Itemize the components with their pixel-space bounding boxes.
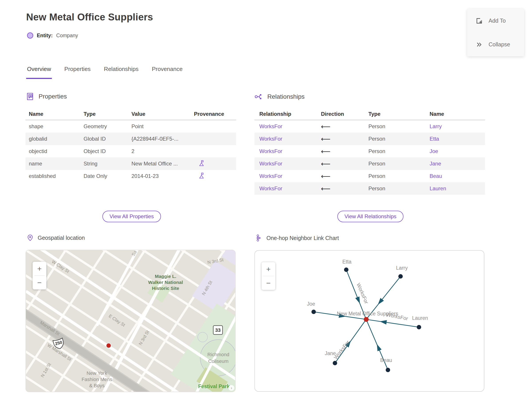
direction-arrow: ⟵ bbox=[321, 148, 368, 155]
prop-value: 2014-01-23 bbox=[132, 173, 194, 179]
node-label-jane: Jane bbox=[325, 351, 336, 356]
related-type: Person bbox=[368, 136, 430, 142]
relationship-link[interactable]: WorksFor bbox=[259, 123, 321, 129]
prop-type: String bbox=[84, 161, 132, 167]
col-value: Value bbox=[132, 111, 194, 117]
relationship-link[interactable]: WorksFor bbox=[259, 173, 321, 179]
property-row: established Date Only 2014-01-23 bbox=[26, 170, 236, 182]
node-label-joe: Joe bbox=[307, 301, 315, 307]
relationships-icon bbox=[254, 92, 263, 101]
entity-location-marker[interactable] bbox=[106, 343, 111, 348]
prop-value: 2 bbox=[132, 148, 194, 154]
linkchart-section-header: One-hop Neighbor Link Chart bbox=[255, 234, 339, 242]
entity-overview-page: New Metal Office Suppliers Entity: Compa… bbox=[0, 0, 532, 405]
prop-type: Global ID bbox=[84, 136, 132, 142]
relationship-link[interactable]: WorksFor bbox=[259, 148, 321, 154]
location-pin-icon bbox=[27, 234, 34, 241]
col-relationship: Relationship bbox=[259, 111, 321, 117]
direction-arrow: ⟵ bbox=[321, 123, 368, 130]
place-label: New York bbox=[87, 370, 107, 376]
relationship-row: WorksFor ⟵ Person Lauren bbox=[254, 182, 485, 195]
prop-name: globalid bbox=[29, 136, 84, 142]
map-canvas: W Clay St Sa N 3rd St N 4th St Marshall … bbox=[26, 250, 236, 392]
node-joe[interactable] bbox=[312, 310, 316, 314]
related-type: Person bbox=[368, 148, 430, 154]
link-chart-canvas: WorksFor WorksFor WorksFor Etta Larry Jo… bbox=[255, 251, 484, 391]
col-name: Name bbox=[430, 111, 485, 117]
map-attribution-toggle[interactable]: › bbox=[229, 385, 234, 391]
relationships-section-title: Relationships bbox=[267, 93, 305, 100]
tab-properties[interactable]: Properties bbox=[63, 66, 92, 79]
place-label: & Boys bbox=[89, 383, 105, 388]
collapse-button[interactable]: Collapse bbox=[467, 35, 524, 54]
col-type: Type bbox=[84, 111, 132, 117]
properties-table: Name Type Value Provenance shape Geometr… bbox=[26, 108, 236, 182]
related-entity-link[interactable]: Beau bbox=[430, 173, 485, 179]
related-entity-link[interactable]: Larry bbox=[430, 123, 485, 129]
node-label-etta: Etta bbox=[342, 259, 352, 265]
map-zoom-out-button[interactable]: − bbox=[33, 276, 46, 290]
action-panel: Add To Collapse bbox=[467, 9, 524, 56]
view-all-properties-button[interactable]: View All Properties bbox=[102, 211, 161, 222]
node-label-lauren: Lauren bbox=[412, 315, 428, 321]
related-type: Person bbox=[368, 185, 430, 192]
route-33-shield: 33 bbox=[213, 326, 223, 334]
prop-value: Point bbox=[132, 123, 194, 129]
link-chart-icon bbox=[255, 234, 262, 242]
properties-icon bbox=[26, 92, 35, 101]
place-label: Historic Site bbox=[152, 286, 179, 291]
node-lauren[interactable] bbox=[417, 325, 421, 329]
relationship-row: WorksFor ⟵ Person Joe bbox=[254, 145, 485, 157]
related-entity-link[interactable]: Etta bbox=[430, 136, 485, 142]
node-etta[interactable] bbox=[344, 268, 348, 272]
node-center-entity[interactable] bbox=[364, 317, 369, 322]
geospatial-section-header: Geospatial location bbox=[27, 234, 85, 241]
direction-arrow: ⟵ bbox=[321, 135, 368, 143]
geospatial-map[interactable]: W Clay St Sa N 3rd St N 4th St Marshall … bbox=[26, 250, 236, 392]
provenance-flag-icon[interactable] bbox=[198, 172, 205, 179]
collapse-chevrons-icon bbox=[476, 41, 483, 48]
related-entity-link[interactable]: Jane bbox=[430, 161, 485, 167]
node-jane[interactable] bbox=[333, 361, 337, 365]
tab-overview[interactable]: Overview bbox=[26, 66, 52, 79]
relationships-section-header: Relationships bbox=[254, 92, 305, 101]
node-beau[interactable] bbox=[386, 368, 390, 372]
prop-value: {A228944F-0EF5-... bbox=[132, 136, 194, 142]
provenance-flag-icon[interactable] bbox=[198, 160, 205, 166]
page-title: New Metal Office Suppliers bbox=[26, 12, 153, 23]
prop-name: name bbox=[29, 161, 84, 167]
collapse-label: Collapse bbox=[489, 41, 510, 48]
col-type: Type bbox=[368, 111, 430, 117]
add-to-icon bbox=[476, 17, 483, 24]
direction-arrow: ⟵ bbox=[321, 185, 368, 193]
linkchart-zoom-out-button[interactable]: − bbox=[262, 276, 275, 290]
add-to-button[interactable]: Add To bbox=[467, 11, 524, 31]
property-row: globalid Global ID {A228944F-0EF5-... bbox=[26, 133, 236, 145]
map-zoom-control: + − bbox=[33, 262, 46, 290]
relationships-table: Relationship Direction Type Name WorksFo… bbox=[254, 108, 485, 195]
prop-type: Date Only bbox=[84, 173, 132, 179]
svg-text:33: 33 bbox=[215, 327, 220, 333]
view-all-relationships-button[interactable]: View All Relationships bbox=[337, 211, 403, 222]
map-zoom-in-button[interactable]: + bbox=[33, 262, 46, 276]
relationship-link[interactable]: WorksFor bbox=[259, 136, 321, 142]
related-type: Person bbox=[368, 173, 430, 179]
col-provenance: Provenance bbox=[194, 111, 236, 117]
tab-provenance[interactable]: Provenance bbox=[151, 66, 184, 79]
geospatial-section-title: Geospatial location bbox=[38, 235, 85, 241]
related-entity-link[interactable]: Joe bbox=[430, 148, 485, 154]
related-entity-link[interactable]: Lauren bbox=[430, 185, 485, 192]
prop-type: Object ID bbox=[84, 148, 132, 154]
related-type: Person bbox=[368, 161, 430, 167]
relationship-link[interactable]: WorksFor bbox=[259, 161, 321, 167]
properties-section-header: Properties bbox=[26, 92, 67, 101]
tab-relationships[interactable]: Relationships bbox=[103, 66, 140, 79]
node-label-beau: Beau bbox=[380, 357, 392, 363]
linkchart-zoom-in-button[interactable]: + bbox=[262, 262, 275, 276]
place-label-festival-park: Festival Park bbox=[198, 384, 230, 389]
place-label: Walker National bbox=[148, 280, 183, 285]
prop-name: shape bbox=[29, 123, 84, 129]
node-larry[interactable] bbox=[398, 274, 403, 279]
relationship-link[interactable]: WorksFor bbox=[259, 185, 321, 192]
one-hop-link-chart[interactable]: WorksFor WorksFor WorksFor Etta Larry Jo… bbox=[254, 250, 484, 392]
